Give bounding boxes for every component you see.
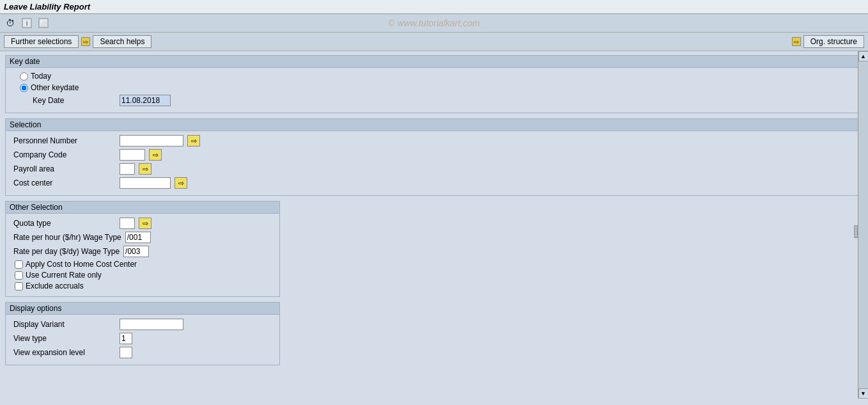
svg-text:⬜: ⬜ <box>40 20 47 27</box>
org-structure-arrow-icon[interactable]: ⇨ <box>792 37 801 46</box>
payroll-area-row: Payroll area ⇨ <box>13 163 855 175</box>
today-radio-row: Today <box>13 72 855 81</box>
key-date-row: Key Date <box>13 95 855 106</box>
org-structure-button[interactable]: Org. structure <box>803 35 864 48</box>
further-selections-label: Further selections <box>11 37 72 46</box>
rate-per-hour-row: Rate per hour ($/hr) Wage Type <box>13 232 272 243</box>
personnel-number-select-btn[interactable]: ⇨ <box>187 135 200 147</box>
scroll-track[interactable] <box>858 61 869 388</box>
other-selection-body: Quota type ⇨ Rate per hour ($/hr) Wage T… <box>6 214 279 296</box>
use-current-rate-row: Use Current Rate only <box>13 271 272 280</box>
personnel-number-input[interactable] <box>120 135 183 147</box>
quota-type-row: Quota type ⇨ <box>13 218 272 229</box>
company-code-row: Company Code ⇨ <box>13 149 855 161</box>
title-bar: Leave Liability Report <box>0 0 868 14</box>
cost-center-label: Cost center <box>13 179 116 187</box>
cost-center-input[interactable] <box>120 177 171 189</box>
scroll-up-btn[interactable]: ▲ <box>858 51 869 61</box>
view-expansion-row: View expansion level <box>13 347 272 358</box>
quota-type-select-btn[interactable]: ⇨ <box>139 218 151 229</box>
exclude-accruals-row: Exclude accruals <box>13 282 272 290</box>
export-icon[interactable]: ⬜ <box>37 17 50 29</box>
display-variant-label: Display Variant <box>13 320 116 329</box>
svg-text:i: i <box>26 20 27 27</box>
use-current-rate-checkbox[interactable] <box>15 271 23 280</box>
payroll-area-select-btn[interactable]: ⇨ <box>139 163 151 175</box>
company-code-select-btn[interactable]: ⇨ <box>149 149 162 161</box>
view-expansion-input[interactable] <box>120 347 132 358</box>
rate-per-day-label: Rate per day ($/dy) Wage Type <box>13 247 120 256</box>
rate-per-hour-label: Rate per hour ($/hr) Wage Type <box>13 233 121 242</box>
org-structure-label: Org. structure <box>810 37 857 46</box>
other-selection-header: Other Selection <box>6 202 279 214</box>
company-code-label: Company Code <box>13 150 116 159</box>
display-options-body: Display Variant View type View expansion… <box>6 315 279 365</box>
info-icon[interactable]: i <box>20 17 33 29</box>
cost-center-select-btn[interactable]: ⇨ <box>174 177 187 189</box>
apply-cost-row: Apply Cost to Home Cost Center <box>13 260 272 269</box>
quota-type-input[interactable] <box>120 218 135 229</box>
rate-per-day-row: Rate per day ($/dy) Wage Type <box>13 246 272 257</box>
rate-per-day-input[interactable] <box>123 246 149 257</box>
key-date-label: Key Date <box>13 96 116 105</box>
scrollbar: ▲ ▼ <box>858 51 868 399</box>
display-options-header: Display options <box>6 303 279 315</box>
rate-per-hour-input[interactable] <box>125 232 151 243</box>
view-expansion-label: View expansion level <box>13 348 116 357</box>
payroll-area-input[interactable] <box>120 163 135 175</box>
today-radio[interactable] <box>20 72 28 81</box>
quota-type-label: Quota type <box>13 219 116 228</box>
display-options-section: Display options Display Variant View typ… <box>5 302 280 365</box>
selection-body: Personnel Number ⇨ Company Code ⇨ Payrol… <box>6 131 862 195</box>
further-selections-button[interactable]: Further selections <box>4 35 79 48</box>
display-variant-row: Display Variant <box>13 319 272 330</box>
search-helps-label: Search helps <box>100 37 144 46</box>
use-current-rate-label: Use Current Rate only <box>26 271 102 280</box>
other-keydate-label: Other keydate <box>31 83 79 92</box>
toolbar: ⏱ i ⬜ © www.tutorialkart.com <box>0 14 868 33</box>
apply-cost-label: Apply Cost to Home Cost Center <box>26 260 137 269</box>
view-type-input[interactable] <box>120 333 132 344</box>
personnel-number-label: Personnel Number <box>13 136 116 145</box>
watermark: © www.tutorialkart.com <box>388 18 479 28</box>
display-variant-input[interactable] <box>120 319 183 330</box>
payroll-area-label: Payroll area <box>13 164 116 173</box>
company-code-input[interactable] <box>120 149 145 161</box>
key-date-input[interactable] <box>120 95 171 106</box>
selection-section: Selection Personnel Number ⇨ Company Cod… <box>5 118 863 196</box>
other-keydate-radio-row: Other keydate <box>13 83 855 92</box>
other-selection-section: Other Selection Quota type ⇨ Rate per ho… <box>5 201 280 297</box>
exclude-accruals-checkbox[interactable] <box>15 282 23 290</box>
button-bar: Further selections ⇨ Search helps ⇨ Org.… <box>0 33 868 51</box>
other-keydate-radio[interactable] <box>20 84 28 92</box>
main-content: Key date Today Other keydate Key Date Se… <box>0 51 868 399</box>
further-selections-arrow-icon[interactable]: ⇨ <box>81 37 90 46</box>
today-label: Today <box>31 72 51 81</box>
selection-header: Selection <box>6 119 862 131</box>
page-title: Leave Liability Report <box>4 2 90 12</box>
search-helps-button[interactable]: Search helps <box>93 35 151 48</box>
apply-cost-checkbox[interactable] <box>15 260 23 269</box>
view-type-row: View type <box>13 333 272 344</box>
scroll-down-btn[interactable]: ▼ <box>858 388 869 399</box>
key-date-section: Key date Today Other keydate Key Date <box>5 55 863 113</box>
exclude-accruals-label: Exclude accruals <box>26 282 84 290</box>
view-type-label: View type <box>13 334 116 343</box>
personnel-number-row: Personnel Number ⇨ <box>13 135 855 147</box>
cost-center-row: Cost center ⇨ <box>13 177 855 189</box>
clock-icon[interactable]: ⏱ <box>4 17 17 29</box>
key-date-header: Key date <box>6 56 862 68</box>
key-date-body: Today Other keydate Key Date <box>6 68 862 113</box>
